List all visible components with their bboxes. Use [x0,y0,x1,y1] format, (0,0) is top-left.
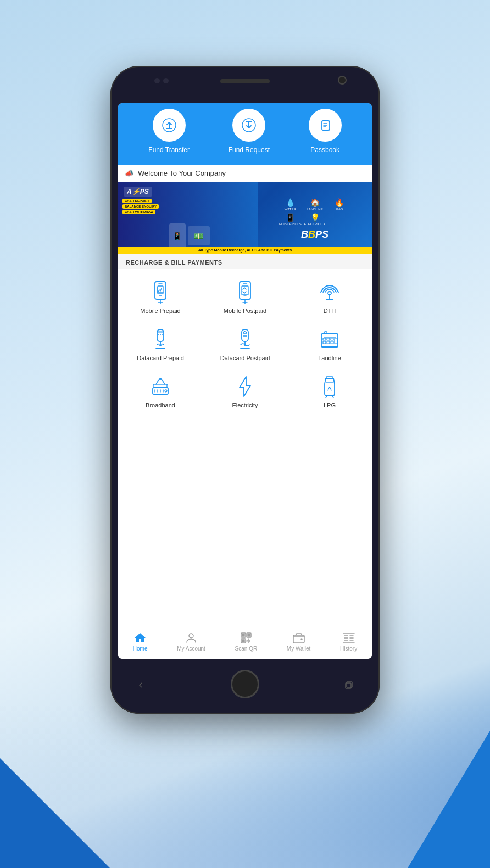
cash-deposit-tag: CASH DEPOSIT [122,199,152,203]
bbps-logo: B [301,229,308,240]
svg-rect-29 [293,635,304,643]
svg-rect-26 [242,634,244,636]
phone-device: 12:53 📞 🖼 ⏰ 📶 HD 4G ▮ 88% ≡ Home 🔔 [110,66,380,714]
mobile-prepaid-label: Mobile Prepaid [140,307,180,314]
nav-history-label: History [340,646,357,652]
datacard-postpaid-item[interactable]: Datacard Postpaid [203,321,287,368]
svg-rect-12 [327,338,330,340]
svg-rect-27 [248,634,250,636]
svg-point-7 [328,292,331,295]
svg-rect-15 [327,341,330,344]
svg-rect-17 [335,338,337,344]
megaphone-icon: 📣 [125,169,133,177]
passbook-action[interactable]: Passbook [309,109,342,154]
svg-point-22 [189,634,193,638]
nav-home-label: Home [133,646,148,652]
phone-sensors [154,78,169,83]
phone-nav-buttons [118,679,372,692]
nav-scan-qr[interactable]: Scan QR [231,629,262,654]
electricity-icon [233,374,257,399]
fund-request-label: Fund Request [229,146,270,154]
datacard-prepaid-icon [148,327,172,351]
ad-banner-right: 💧WATER 🏠LANDLINE 🔥GAS 📱MOBILE BILLS [258,182,372,254]
svg-rect-13 [331,338,333,340]
bottom-navigation: Home My Account [118,624,372,659]
mobile-prepaid-icon [148,280,172,304]
balance-enquiry-tag: BALANCE ENQUIRY [122,204,159,209]
app-content: Fund Transfer Fund Request [118,103,372,624]
svg-rect-11 [323,338,326,340]
fund-transfer-icon-circle [153,109,186,142]
quick-actions-section: Fund Transfer Fund Request [118,103,372,165]
fund-transfer-label: Fund Transfer [148,146,190,154]
dth-label: DTH [324,307,336,314]
passbook-label: Passbook [310,146,339,154]
aeps-logo-text: A [127,188,132,195]
fund-transfer-action[interactable]: Fund Transfer [148,109,190,154]
fund-request-action[interactable]: Fund Request [229,109,270,154]
mobile-postpaid-label: Mobile Postpaid [224,307,266,314]
electricity-label: Electricity [232,402,258,408]
svg-rect-5 [240,282,250,299]
broadband-icon [148,374,172,399]
svg-rect-28 [242,640,244,642]
nav-home[interactable]: Home [129,629,152,654]
datacard-prepaid-item[interactable]: Datacard Prepaid [118,321,203,368]
welcome-banner: 📣 Welcome To Your Company [118,165,372,182]
phone-recent-button[interactable] [342,679,355,692]
datacard-prepaid-label: Datacard Prepaid [137,355,184,361]
landline-item[interactable]: Landline [287,321,372,368]
mobile-postpaid-icon [233,280,257,304]
fund-request-icon-circle [232,109,265,142]
datacard-postpaid-label: Datacard Postpaid [220,355,270,361]
dth-icon [318,280,342,304]
mobile-postpaid-item[interactable]: Mobile Postpaid [203,273,287,321]
electricity-item[interactable]: Electricity [203,368,287,415]
phone-camera [338,76,347,85]
lpg-label: LPG [324,402,336,408]
broadband-label: Broadband [146,402,175,408]
phone-screen: 12:53 📞 🖼 ⏰ 📶 HD 4G ▮ 88% ≡ Home 🔔 [118,103,372,659]
landline-label: Landline [318,355,341,361]
dth-item[interactable]: DTH [287,273,372,321]
nav-my-wallet[interactable]: My Wallet [282,629,315,654]
nav-my-wallet-label: My Wallet [287,646,311,652]
svg-rect-16 [331,341,333,344]
landline-icon [318,327,342,351]
svg-rect-8 [157,329,164,341]
svg-rect-14 [323,341,326,344]
welcome-text: Welcome To Your Company [138,169,226,177]
svg-point-20 [159,378,162,380]
cash-withdraw-tag: CASH WITHDRAW [122,210,155,214]
svg-rect-6 [242,286,248,295]
phone-speaker [220,79,270,83]
lpg-item[interactable]: LPG [287,368,372,415]
ad-bottom-text: All Type Mobile Recharge, AEPS And Bill … [118,247,372,254]
phone-back-button[interactable] [135,679,148,692]
recharge-section-title: RECHARGE & BILL PAYMENTS [118,254,372,269]
nav-my-account-label: My Account [177,646,205,652]
nav-my-account[interactable]: My Account [172,629,210,654]
mobile-prepaid-item[interactable]: Mobile Prepaid [118,273,203,321]
lpg-icon [318,374,342,399]
datacard-postpaid-icon [233,327,257,351]
ad-banner: A⚡PS CASH DEPOSIT BALANCE ENQUIRY CASH W… [118,182,372,254]
passbook-icon-circle [309,109,342,142]
ad-banner-left: A⚡PS CASH DEPOSIT BALANCE ENQUIRY CASH W… [118,182,258,254]
broadband-item[interactable]: Broadband [118,368,203,415]
nav-scan-qr-label: Scan QR [235,646,258,652]
nav-history[interactable]: History [336,629,361,654]
svg-point-19 [165,390,167,392]
services-grid: Mobile Prepaid [118,269,372,419]
